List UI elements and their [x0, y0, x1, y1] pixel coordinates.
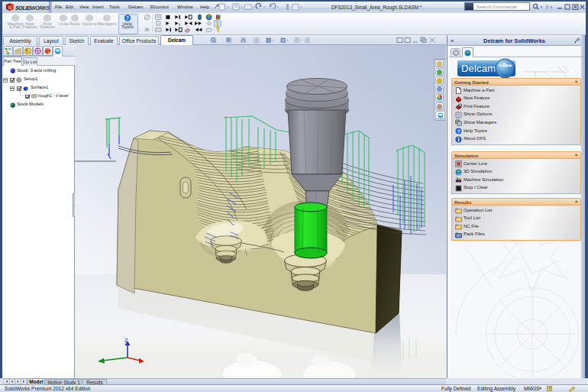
svg-text:Z: Z — [124, 338, 128, 343]
svg-text:?: ? — [457, 129, 460, 134]
svg-text:S: S — [8, 5, 11, 10]
svg-text:?: ? — [126, 15, 129, 21]
svg-text:z: z — [179, 23, 181, 27]
svg-text:?: ? — [545, 4, 548, 11]
